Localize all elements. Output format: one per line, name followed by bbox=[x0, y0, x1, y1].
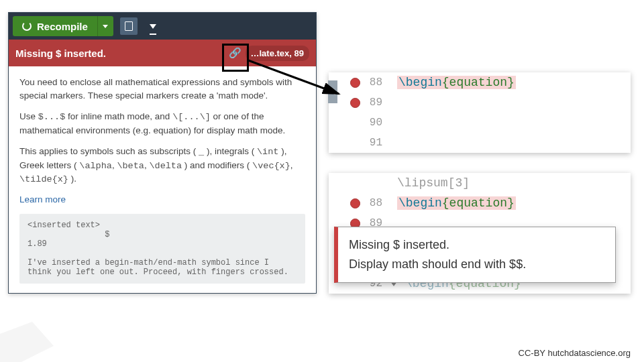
decorative-corner bbox=[0, 322, 54, 362]
line-number: 90 bbox=[364, 117, 389, 129]
download-button[interactable] bbox=[144, 17, 162, 35]
log-panel: Recompile Missing $ inserted. 🔗 …late.te… bbox=[8, 12, 317, 294]
tooltip-line: Missing $ inserted. bbox=[349, 235, 604, 255]
editor-snippet-top: ◀ 88 \begin{equation} 89 90 91 bbox=[329, 72, 631, 153]
error-body: You need to enclose all mathematical exp… bbox=[9, 66, 316, 293]
error-header: Missing $ inserted. 🔗 …late.tex, 89 bbox=[9, 40, 316, 66]
editor-line[interactable]: 88 \begin{equation} bbox=[329, 72, 631, 93]
error-marker-icon[interactable] bbox=[350, 98, 360, 108]
error-location[interactable]: …late.tex, 89 bbox=[246, 46, 310, 61]
raw-log: <inserted text> $ 1.89 I've inserted a b… bbox=[19, 214, 305, 284]
error-tooltip: Missing $ inserted. Display math should … bbox=[334, 227, 616, 283]
tooltip-line: Display math should end with $$. bbox=[349, 255, 604, 274]
recompile-button[interactable]: Recompile bbox=[13, 16, 97, 36]
learn-more-link[interactable]: Learn more bbox=[19, 194, 305, 204]
compile-toolbar: Recompile bbox=[9, 13, 316, 40]
link-icon: 🔗 bbox=[229, 47, 241, 59]
download-icon bbox=[150, 24, 156, 29]
recompile-label: Recompile bbox=[37, 21, 88, 32]
line-number: 88 bbox=[364, 197, 389, 209]
caret-down-icon bbox=[103, 25, 108, 28]
recompile-dropdown[interactable] bbox=[97, 16, 113, 36]
error-marker-icon[interactable] bbox=[350, 78, 360, 88]
error-paragraph: Use $...$ for inline math mode, and \[..… bbox=[19, 110, 305, 137]
error-title: Missing $ inserted. bbox=[15, 48, 106, 59]
document-icon bbox=[125, 21, 133, 31]
error-paragraph: You need to enclose all mathematical exp… bbox=[19, 76, 305, 102]
error-marker-icon[interactable] bbox=[350, 198, 360, 208]
line-number: 89 bbox=[364, 97, 389, 109]
view-logs-button[interactable] bbox=[120, 17, 138, 35]
editor-line[interactable]: 90 bbox=[329, 113, 631, 133]
editor-line[interactable]: 89 bbox=[329, 93, 631, 113]
collapse-panel-button[interactable]: ◀ bbox=[328, 80, 337, 103]
attribution: CC-BY hutchdatascience.org bbox=[519, 348, 631, 358]
refresh-icon bbox=[22, 21, 32, 31]
error-paragraph: This applies to symbols such as subscrip… bbox=[19, 145, 305, 186]
editor-line[interactable]: 91 bbox=[329, 133, 631, 153]
line-number: 88 bbox=[364, 76, 389, 88]
goto-source-button[interactable]: 🔗 bbox=[229, 47, 241, 59]
editor-line[interactable]: 88 \begin{equation} bbox=[329, 193, 631, 213]
editor-line[interactable]: \lipsum[3] bbox=[329, 173, 631, 193]
line-number: 91 bbox=[364, 137, 389, 149]
